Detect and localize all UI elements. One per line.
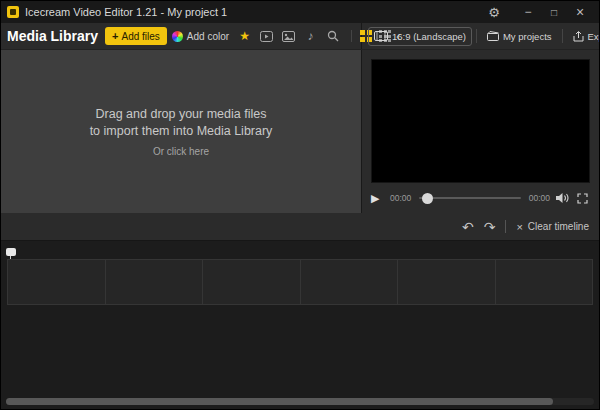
add-files-label: Add files (121, 31, 159, 42)
music-filter-icon[interactable]: ♪ (303, 28, 318, 45)
redo-icon[interactable]: ↷ (484, 220, 496, 234)
window-title: Icecream Video Editor 1.21 - My project … (25, 6, 475, 18)
close-button[interactable]: × (567, 1, 593, 23)
export-video-button[interactable]: Export video (567, 27, 600, 46)
search-icon[interactable] (325, 28, 340, 45)
timeline-scrollbar[interactable] (6, 398, 594, 405)
plus-icon: + (112, 30, 118, 42)
clear-timeline-button[interactable]: × Clear timeline (516, 221, 589, 233)
aspect-icon (374, 31, 388, 41)
favorites-star-icon[interactable]: ★ (237, 28, 252, 45)
aspect-ratio-button[interactable]: 16:9 (Landscape) (368, 27, 472, 46)
header-separator (476, 29, 477, 43)
app-logo-icon (7, 6, 19, 18)
timeline-cell[interactable] (8, 260, 106, 304)
playhead-handle[interactable] (6, 248, 16, 256)
media-dropzone[interactable]: Drag and drop your media files to import… (1, 50, 362, 213)
timeline-cell[interactable] (398, 260, 496, 304)
my-projects-button[interactable]: My projects (481, 27, 558, 46)
total-time: 00:00 (529, 193, 550, 203)
settings-gear-icon[interactable]: ⚙ (481, 1, 507, 23)
timeline-cell[interactable] (203, 260, 301, 304)
scrollbar-thumb[interactable] (6, 398, 553, 405)
play-button[interactable]: ▶ (371, 192, 385, 205)
color-wheel-icon (172, 31, 183, 42)
app-window: Icecream Video Editor 1.21 - My project … (0, 0, 600, 410)
image-filter-icon[interactable] (281, 28, 296, 45)
add-color-label: Add color (187, 31, 229, 42)
timeline-area[interactable] (1, 241, 599, 409)
fullscreen-icon[interactable] (575, 193, 590, 204)
timeline-cell[interactable] (301, 260, 399, 304)
titlebar: Icecream Video Editor 1.21 - My project … (1, 1, 599, 23)
seek-bar[interactable] (419, 197, 520, 199)
toolbar-separator (505, 220, 506, 233)
undo-icon[interactable]: ↶ (462, 220, 474, 234)
current-time: 00:00 (390, 193, 411, 203)
window-controls: ⚙ − □ × (481, 1, 593, 23)
maximize-button[interactable]: □ (541, 1, 567, 23)
header-row: Media Library + Add files Add color ★ ♪ (1, 23, 599, 50)
volume-icon[interactable] (555, 192, 570, 204)
clear-timeline-label: Clear timeline (528, 221, 589, 232)
my-projects-label: My projects (503, 31, 552, 42)
export-icon (573, 31, 584, 42)
timeline-toolbar: ↶ ↷ × Clear timeline (1, 213, 599, 241)
playback-controls: ▶ 00:00 00:00 (362, 183, 599, 213)
add-color-button[interactable]: Add color (172, 27, 229, 45)
video-preview-screen (371, 59, 590, 183)
header-separator (562, 29, 563, 43)
media-library-title: Media Library (7, 28, 98, 44)
media-library-header: Media Library + Add files Add color ★ ♪ (1, 23, 362, 49)
dropzone-text: to import them into Media Library (90, 124, 273, 138)
main-row: Drag and drop your media files to import… (1, 50, 599, 213)
clear-x-icon: × (516, 221, 522, 233)
export-video-label: Export video (588, 31, 600, 42)
aspect-ratio-label: 16:9 (Landscape) (392, 31, 466, 42)
projects-icon (487, 31, 499, 41)
add-files-button[interactable]: + Add files (105, 27, 167, 45)
timeline-track[interactable] (7, 259, 593, 305)
seek-thumb[interactable] (422, 193, 433, 204)
library-filter-tabs: ★ ♪ (237, 28, 340, 45)
preview-panel: ▶ 00:00 00:00 (362, 50, 599, 213)
timeline-cell[interactable] (106, 260, 204, 304)
dropzone-text: Drag and drop your media files (96, 107, 267, 121)
video-filter-icon[interactable] (259, 28, 274, 45)
dropzone-click-hint[interactable]: Or click here (153, 146, 209, 157)
minimize-button[interactable]: − (515, 1, 541, 23)
preview-header: 16:9 (Landscape) My projects Export vide… (362, 23, 600, 49)
timeline-cell[interactable] (496, 260, 593, 304)
